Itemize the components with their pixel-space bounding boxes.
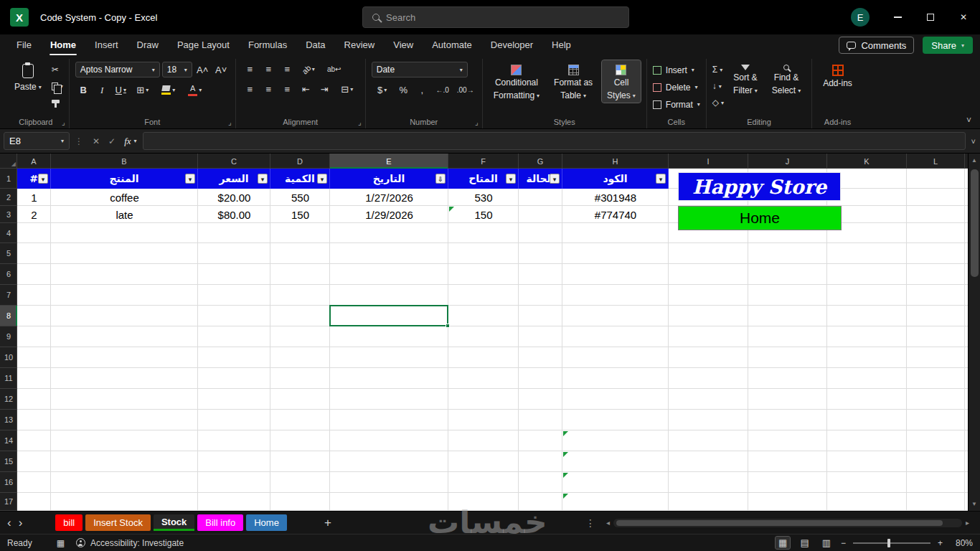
align-top-button[interactable]: ≡ bbox=[242, 62, 258, 77]
sort-filter-button[interactable]: Sort & Filter▾ bbox=[728, 60, 763, 109]
ribbon-tab-help[interactable]: Help bbox=[542, 34, 580, 56]
collapse-ribbon-button[interactable]: ˅ bbox=[966, 116, 971, 126]
comma-style-button[interactable]: , bbox=[414, 83, 430, 98]
wrap-text-button[interactable]: ab↩ bbox=[321, 62, 347, 77]
font-size-select[interactable]: 18 ▾ bbox=[162, 62, 192, 77]
scroll-down-icon[interactable]: ▼ bbox=[971, 501, 977, 507]
column-header-E[interactable]: E bbox=[330, 154, 448, 169]
sheet-tab-stock[interactable]: Stock bbox=[154, 514, 194, 531]
decrease-decimal-button[interactable]: .00→ bbox=[455, 83, 476, 98]
ribbon-tab-review[interactable]: Review bbox=[335, 34, 385, 56]
font-family-select[interactable]: Aptos Narrow ▾ bbox=[75, 62, 160, 77]
comments-button[interactable]: Comments bbox=[839, 37, 914, 54]
close-button[interactable]: ✕ bbox=[947, 0, 980, 34]
table-header-H[interactable]: الكود▾ bbox=[562, 169, 669, 189]
cut-button[interactable]: ✂ bbox=[52, 63, 63, 76]
table-header-B[interactable]: المنتج▾ bbox=[51, 169, 198, 189]
normal-view-button[interactable]: ▦ bbox=[776, 537, 790, 549]
filter-button-C[interactable]: ▾ bbox=[258, 174, 268, 184]
selected-cell[interactable] bbox=[329, 305, 448, 326]
ribbon-tab-draw[interactable]: Draw bbox=[128, 34, 168, 56]
row-header-10[interactable]: 10 bbox=[0, 347, 17, 368]
fill-handle[interactable] bbox=[446, 324, 450, 328]
sheet-tab-insert-stock[interactable]: Insert Stock bbox=[85, 514, 151, 531]
sheet-tab-bill[interactable]: bill bbox=[55, 514, 83, 531]
column-header-K[interactable]: K bbox=[827, 154, 907, 169]
cell-styles-button[interactable]: Cell Styles▾ bbox=[602, 60, 641, 103]
page-break-view-button[interactable]: ▥ bbox=[819, 537, 834, 549]
account-avatar[interactable]: E bbox=[851, 8, 870, 27]
increase-indent-button[interactable]: ⇥ bbox=[316, 82, 333, 97]
column-header-A[interactable]: A bbox=[17, 154, 51, 169]
row-header-16[interactable]: 16 bbox=[0, 472, 17, 493]
zoom-in-button[interactable]: + bbox=[938, 538, 943, 548]
italic-button[interactable]: I bbox=[94, 83, 110, 98]
row-header-6[interactable]: 6 bbox=[0, 264, 17, 285]
filter-button-B[interactable]: ▾ bbox=[185, 174, 195, 184]
vertical-scrollbar[interactable]: ▲ ▼ bbox=[968, 154, 980, 511]
macro-record-icon[interactable]: ▦ bbox=[57, 538, 65, 548]
page-layout-view-button[interactable]: ▤ bbox=[797, 537, 811, 549]
clear-button[interactable]: ◇▾ bbox=[712, 96, 724, 109]
filter-button-A[interactable]: ▾ bbox=[38, 174, 48, 184]
align-bottom-button[interactable]: ≡ bbox=[279, 62, 296, 77]
orientation-button[interactable]: ab▾ bbox=[298, 62, 319, 77]
column-header-H[interactable]: H bbox=[562, 154, 669, 169]
ribbon-tab-view[interactable]: View bbox=[384, 34, 423, 56]
font-dialog-launcher[interactable]: ⌟ bbox=[228, 118, 232, 126]
scroll-right-icon[interactable]: ▸ bbox=[962, 519, 973, 527]
alignment-dialog-launcher[interactable]: ⌟ bbox=[358, 118, 362, 126]
zoom-level[interactable]: 80% bbox=[950, 538, 973, 548]
row-header-3[interactable]: 3 bbox=[0, 206, 17, 223]
cell-F3[interactable]: 150 bbox=[448, 206, 519, 223]
cell-H3[interactable]: #774740 bbox=[562, 206, 669, 223]
filter-button-D[interactable]: ▾ bbox=[317, 174, 327, 184]
format-painter-button[interactable] bbox=[52, 96, 63, 109]
home-shape-button[interactable]: Home bbox=[678, 206, 842, 230]
cell-E2[interactable]: 1/27/2026 bbox=[330, 189, 448, 206]
filter-button-F[interactable]: ▾ bbox=[506, 174, 516, 184]
decrease-font-button[interactable]: A˅ bbox=[213, 62, 230, 77]
row-header-15[interactable]: 15 bbox=[0, 451, 17, 472]
cell-A2[interactable]: 1 bbox=[17, 189, 51, 206]
select-all-corner[interactable]: ◢ bbox=[0, 154, 17, 169]
scroll-up-icon[interactable]: ▲ bbox=[971, 157, 977, 164]
cell-C3[interactable]: $80.00 bbox=[198, 206, 270, 223]
row-header-7[interactable]: 7 bbox=[0, 285, 17, 306]
sheet-tab-bill-info[interactable]: Bill info bbox=[197, 514, 243, 531]
minimize-button[interactable] bbox=[881, 0, 914, 34]
row-header-4[interactable]: 4 bbox=[0, 223, 17, 243]
accessibility-status[interactable]: Accessibility: Investigate bbox=[76, 538, 184, 548]
cell-F2[interactable]: 530 bbox=[448, 189, 519, 206]
filter-button-H[interactable]: ▾ bbox=[656, 174, 666, 184]
decrease-indent-button[interactable]: ⇤ bbox=[298, 82, 314, 97]
row-header-12[interactable]: 12 bbox=[0, 389, 17, 410]
ribbon-tab-formulas[interactable]: Formulas bbox=[239, 34, 296, 56]
sheet-nav-right-button[interactable]: › bbox=[19, 516, 30, 530]
row-header-5[interactable]: 5 bbox=[0, 243, 17, 264]
ribbon-tab-automate[interactable]: Automate bbox=[423, 34, 481, 56]
number-format-select[interactable]: Date ▾ bbox=[372, 62, 468, 77]
row-header-17[interactable]: 17 bbox=[0, 493, 17, 511]
add-sheet-button[interactable]: + bbox=[319, 516, 337, 530]
column-header-C[interactable]: C bbox=[198, 154, 270, 169]
name-box[interactable]: E8 ▾ bbox=[4, 132, 70, 150]
search-bar[interactable]: Search bbox=[362, 6, 629, 28]
column-header-G[interactable]: G bbox=[519, 154, 562, 169]
vertical-scrollbar-thumb[interactable] bbox=[971, 169, 979, 277]
bold-button[interactable]: B bbox=[75, 83, 92, 98]
row-header-9[interactable]: 9 bbox=[0, 326, 17, 347]
cell-C2[interactable]: $20.00 bbox=[198, 189, 270, 206]
align-middle-button[interactable]: ≡ bbox=[260, 62, 277, 77]
ribbon-tab-file[interactable]: File bbox=[7, 34, 41, 56]
zoom-slider-thumb[interactable] bbox=[887, 539, 890, 547]
increase-font-button[interactable]: A˄ bbox=[194, 62, 211, 77]
copy-button[interactable]: ▾ bbox=[52, 80, 63, 93]
fill-button[interactable]: ↓▾ bbox=[712, 80, 724, 93]
table-header-E[interactable]: التاريخ⇩ bbox=[330, 169, 448, 189]
insert-function-button[interactable]: fx bbox=[124, 136, 131, 147]
row-header-14[interactable]: 14 bbox=[0, 430, 17, 451]
autosum-button[interactable]: Σ▾ bbox=[712, 63, 724, 76]
sheet-options-button[interactable]: ⋮ bbox=[578, 517, 603, 529]
ribbon-tab-developer[interactable]: Developer bbox=[481, 34, 542, 56]
